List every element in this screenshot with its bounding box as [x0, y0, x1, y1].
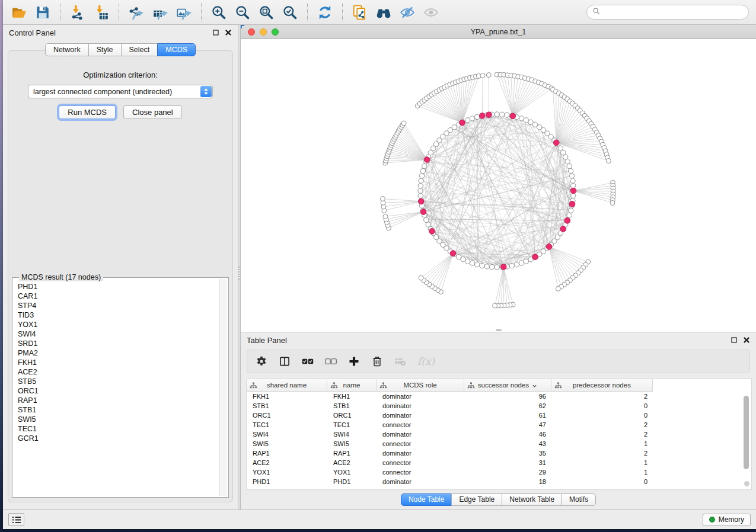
tab-style[interactable]: Style [88, 43, 122, 56]
mcds-result-item[interactable]: STB1 [18, 405, 218, 415]
close-panel-button[interactable]: Close panel [123, 105, 182, 119]
mcds-result-item[interactable]: GCR1 [18, 434, 218, 443]
column-header-successor-nodes[interactable]: successor nodes [464, 379, 551, 392]
mcds-result-item[interactable]: STB5 [18, 377, 218, 386]
deselect-all-rows-icon[interactable] [325, 355, 337, 367]
table-row[interactable]: SWI4SWI4dominator462 [247, 430, 751, 439]
close-panel-icon[interactable] [225, 29, 232, 36]
save-session-icon[interactable] [34, 4, 52, 21]
table-scrollbar[interactable] [744, 396, 749, 469]
table-cell: PHD1 [247, 477, 327, 486]
search-icon [592, 7, 601, 18]
zoom-fit-icon[interactable] [257, 4, 275, 21]
float-table-panel-icon[interactable] [731, 336, 738, 344]
show-column-panel-icon[interactable] [279, 355, 291, 367]
table-row[interactable]: TEC1TEC1connector472 [247, 420, 751, 430]
import-table-icon[interactable] [92, 4, 110, 21]
mcds-list-scrollbar[interactable] [219, 279, 227, 496]
show-all-icon[interactable] [422, 4, 440, 21]
delete-columns-icon[interactable] [371, 355, 383, 367]
export-network-icon[interactable] [127, 4, 145, 21]
zoom-out-icon[interactable] [234, 4, 251, 21]
table-body[interactable]: FKH1FKH1dominator962STB1STB1dominator620… [247, 392, 751, 486]
table-row[interactable]: PHD1PHD1dominator180 [247, 477, 751, 486]
tab-node-table[interactable]: Node Table [401, 493, 452, 506]
close-table-panel-icon[interactable] [743, 336, 750, 344]
table-cell: ORC1 [327, 411, 377, 420]
mcds-result-item[interactable]: CAR1 [18, 291, 218, 301]
table-splitter-grip[interactable] [496, 329, 502, 331]
network-canvas[interactable] [241, 39, 756, 332]
export-table-icon[interactable] [151, 4, 169, 21]
tab-mcds[interactable]: MCDS [157, 43, 196, 56]
table-row[interactable]: SWI5SWI5connector431 [247, 439, 751, 448]
float-panel-icon[interactable] [212, 29, 219, 36]
tab-select[interactable]: Select [121, 43, 158, 56]
column-header-predecessor-nodes[interactable]: predecessor nodes [551, 379, 653, 392]
open-file-icon[interactable] [10, 4, 28, 21]
first-neighbors-icon[interactable] [375, 4, 393, 21]
zoom-in-icon[interactable] [210, 4, 228, 21]
mcds-result-item[interactable]: TID3 [18, 310, 218, 320]
column-header-name[interactable]: name [327, 379, 377, 392]
table-cell: SWI5 [327, 439, 377, 448]
mcds-result-item[interactable]: YOX1 [18, 320, 218, 329]
splitter-grip[interactable] [238, 267, 240, 280]
table-row[interactable]: YOX1YOX1connector291 [247, 467, 751, 477]
delete-table-icon[interactable] [394, 355, 406, 367]
table-row[interactable]: STB1STB1dominator620 [247, 401, 751, 411]
memory-button[interactable]: Memory [703, 514, 751, 526]
tab-edge-table[interactable]: Edge Table [451, 493, 502, 506]
mcds-result-item[interactable]: FKH1 [18, 358, 218, 367]
table-cell: 2 [551, 420, 653, 430]
search-input[interactable] [604, 8, 743, 17]
create-column-icon[interactable] [348, 355, 360, 367]
table-scroll-knob[interactable] [744, 481, 749, 486]
mcds-result-item[interactable]: ORC1 [18, 386, 218, 396]
control-tabs: NetworkStyleSelectMCDS [3, 43, 238, 56]
table-row[interactable]: ORC1ORC1dominator610 [247, 411, 751, 420]
export-image-icon[interactable] [175, 4, 193, 21]
attribute-icon [379, 382, 387, 389]
column-header-shared-name[interactable]: shared name [247, 379, 327, 392]
column-header-MCDS-role[interactable]: MCDS role [377, 379, 464, 392]
mcds-result-item[interactable]: TEC1 [18, 424, 218, 434]
attribute-icon [250, 382, 257, 389]
table-cell: dominator [377, 411, 464, 420]
tab-network-table[interactable]: Network Table [502, 493, 562, 506]
mcds-result-item[interactable]: PMA2 [18, 348, 218, 358]
tab-motifs[interactable]: Motifs [562, 493, 596, 506]
column-label: predecessor nodes [573, 382, 631, 389]
table-cell: YOX1 [247, 467, 327, 477]
table-cell: SWI4 [247, 430, 327, 439]
zoom-selected-icon[interactable] [281, 4, 299, 21]
function-builder-icon[interactable]: f(x) [417, 355, 435, 367]
task-history-button[interactable] [8, 513, 24, 526]
mcds-result-item[interactable]: STP4 [18, 301, 218, 310]
mcds-result-item[interactable]: ACE2 [18, 367, 218, 377]
table-row[interactable]: FKH1FKH1dominator962 [247, 392, 751, 401]
mcds-result-list[interactable]: PHD1CAR1STP4TID3YOX1SWI4SRD1PMA2FKH1ACE2… [14, 279, 218, 496]
table-settings-icon[interactable] [256, 355, 267, 367]
mcds-result-item[interactable]: RAP1 [18, 396, 218, 405]
run-mcds-button[interactable]: Run MCDS [59, 105, 116, 119]
table-header-row[interactable]: shared namenameMCDS rolesuccessor nodesp… [247, 379, 751, 392]
network-graph[interactable] [241, 39, 756, 332]
search-box[interactable] [586, 5, 749, 20]
network-from-selection-icon[interactable] [351, 4, 369, 21]
mcds-result-item[interactable]: SWI4 [18, 329, 218, 339]
table-row[interactable]: RAP1RAP1dominator352 [247, 448, 751, 458]
mcds-result-item[interactable]: PHD1 [18, 282, 218, 291]
criterion-dropdown[interactable]: largest connected component (undirected) [28, 85, 213, 98]
table-row[interactable]: ACE2ACE2connector311 [247, 458, 751, 467]
mcds-result-item[interactable]: SWI5 [18, 415, 218, 424]
dropdown-stepper-icon [200, 86, 212, 97]
select-all-rows-icon[interactable] [302, 355, 314, 367]
network-window-titlebar[interactable]: YPA_prune.txt_1 [241, 25, 756, 39]
hide-selected-icon[interactable] [398, 4, 416, 21]
import-network-icon[interactable] [69, 4, 87, 21]
node-table[interactable]: shared namenameMCDS rolesuccessor nodesp… [246, 379, 752, 490]
refresh-layout-icon[interactable] [316, 4, 334, 21]
tab-network[interactable]: Network [45, 43, 89, 56]
mcds-result-item[interactable]: SRD1 [18, 339, 218, 348]
